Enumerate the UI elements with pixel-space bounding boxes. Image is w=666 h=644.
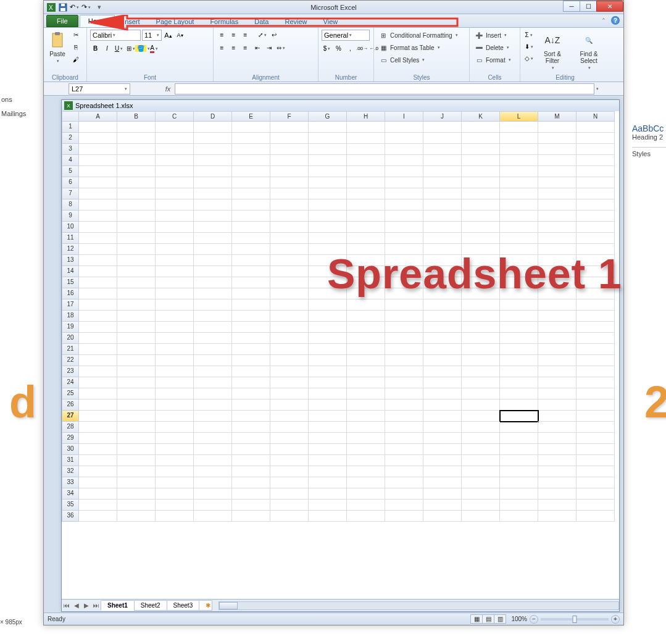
cell-G26[interactable] (309, 399, 347, 411)
cell-B31[interactable] (117, 455, 156, 466)
maximize-button[interactable]: ☐ (580, 1, 597, 12)
cell-E33[interactable] (232, 477, 270, 488)
cell-C31[interactable] (156, 455, 194, 466)
align-top-icon[interactable]: ≡ (217, 30, 227, 40)
cell-M12[interactable] (538, 244, 577, 255)
cell-D5[interactable] (194, 166, 232, 177)
cell-E13[interactable] (232, 255, 270, 266)
cell-F34[interactable] (270, 488, 309, 500)
cell-K23[interactable] (462, 366, 500, 377)
cell-L31[interactable] (500, 455, 538, 466)
cell-M33[interactable] (538, 477, 577, 488)
cell-D8[interactable] (194, 199, 232, 211)
cell-E15[interactable] (232, 277, 270, 288)
cut-icon[interactable]: ✂ (70, 30, 81, 40)
cell-H23[interactable] (347, 366, 385, 377)
cell-L6[interactable] (500, 177, 538, 188)
cell-E22[interactable] (232, 355, 270, 366)
cell-H11[interactable] (347, 233, 385, 244)
row-header-30[interactable]: 30 (62, 444, 79, 455)
cell-A35[interactable] (79, 500, 117, 511)
cell-G22[interactable] (309, 355, 347, 366)
format-painter-icon[interactable]: 🖌 (70, 54, 81, 65)
cell-A29[interactable] (79, 433, 117, 444)
cell-H5[interactable] (347, 166, 385, 177)
cell-C34[interactable] (156, 488, 194, 500)
cell-G25[interactable] (309, 388, 347, 399)
col-header-I[interactable]: I (385, 111, 423, 122)
cell-N14[interactable] (577, 266, 615, 277)
cell-I25[interactable] (385, 388, 423, 399)
cell-H29[interactable] (347, 433, 385, 444)
cell-K18[interactable] (462, 311, 500, 322)
cell-K19[interactable] (462, 322, 500, 333)
cell-L30[interactable] (500, 444, 538, 455)
cell-F21[interactable] (270, 344, 309, 355)
cell-A20[interactable] (79, 333, 117, 344)
cell-G3[interactable] (309, 144, 347, 155)
cell-H19[interactable] (347, 322, 385, 333)
cell-I2[interactable] (385, 133, 423, 144)
decrease-indent-icon[interactable]: ⇤ (252, 43, 262, 53)
cell-L8[interactable] (500, 199, 538, 211)
cell-A2[interactable] (79, 133, 117, 144)
cell-K5[interactable] (462, 166, 500, 177)
cell-K4[interactable] (462, 155, 500, 166)
border-button[interactable]: ⊞▾ (125, 43, 136, 54)
cell-F6[interactable] (270, 177, 309, 188)
cell-K33[interactable] (462, 477, 500, 488)
tab-file[interactable]: File (46, 15, 78, 27)
cell-J16[interactable] (423, 288, 462, 299)
cell-A10[interactable] (79, 222, 117, 233)
cell-B4[interactable] (117, 155, 156, 166)
cell-H34[interactable] (347, 488, 385, 500)
sheet-tab-3[interactable]: Sheet3 (167, 600, 200, 611)
align-bottom-icon[interactable]: ≡ (240, 30, 251, 40)
row-header-22[interactable]: 22 (62, 355, 79, 366)
cell-G6[interactable] (309, 177, 347, 188)
cell-B2[interactable] (117, 133, 156, 144)
horizontal-scrollbar[interactable] (219, 601, 619, 610)
bold-button[interactable]: B (90, 43, 101, 54)
cell-A1[interactable] (79, 122, 117, 133)
cell-C3[interactable] (156, 144, 194, 155)
cell-M18[interactable] (538, 311, 577, 322)
cell-C25[interactable] (156, 388, 194, 399)
name-box[interactable]: L27▾ (69, 83, 130, 94)
col-header-F[interactable]: F (270, 111, 309, 122)
cell-K16[interactable] (462, 288, 500, 299)
cell-L35[interactable] (500, 500, 538, 511)
clear-button[interactable]: ◇▾ (523, 53, 534, 64)
cell-I23[interactable] (385, 366, 423, 377)
cell-M32[interactable] (538, 466, 577, 477)
cell-G32[interactable] (309, 466, 347, 477)
cell-N12[interactable] (577, 244, 615, 255)
cell-B11[interactable] (117, 233, 156, 244)
cell-C21[interactable] (156, 344, 194, 355)
cell-L14[interactable] (500, 266, 538, 277)
cell-A27[interactable] (79, 411, 117, 422)
sheet-nav-first[interactable]: ⏮ (62, 602, 72, 609)
cell-A11[interactable] (79, 233, 117, 244)
cell-F5[interactable] (270, 166, 309, 177)
cell-M20[interactable] (538, 333, 577, 344)
cell-N30[interactable] (577, 444, 615, 455)
cell-L33[interactable] (500, 477, 538, 488)
cell-F3[interactable] (270, 144, 309, 155)
row-header-6[interactable]: 6 (62, 177, 79, 188)
cell-C30[interactable] (156, 444, 194, 455)
italic-button[interactable]: I (102, 43, 112, 54)
formula-bar[interactable] (175, 83, 594, 94)
delete-cells-button[interactable]: ➖Delete▾ (473, 42, 510, 53)
cell-I31[interactable] (385, 455, 423, 466)
cell-A21[interactable] (79, 344, 117, 355)
cell-B29[interactable] (117, 433, 156, 444)
cell-I10[interactable] (385, 222, 423, 233)
cell-H26[interactable] (347, 399, 385, 411)
tab-formulas[interactable]: Formulas (202, 16, 246, 27)
cell-J34[interactable] (423, 488, 462, 500)
cell-K17[interactable] (462, 299, 500, 311)
row-header-8[interactable]: 8 (62, 199, 79, 211)
cell-C2[interactable] (156, 133, 194, 144)
cell-B8[interactable] (117, 199, 156, 211)
